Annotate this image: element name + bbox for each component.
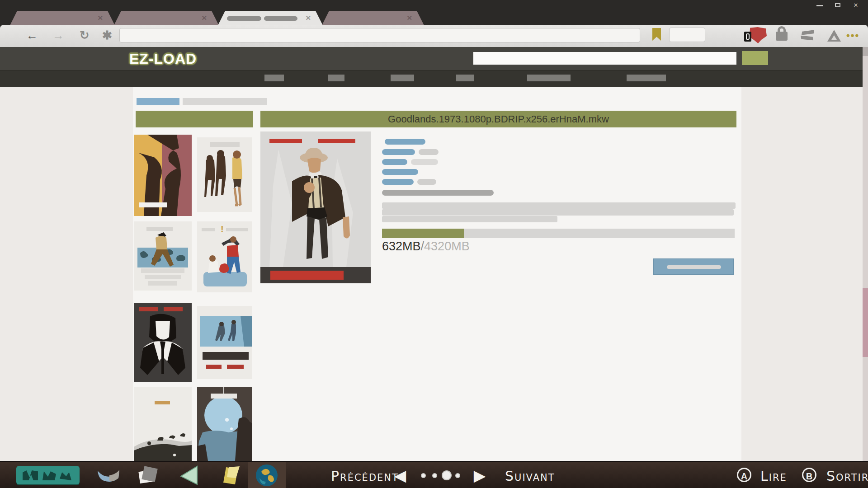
poster-thumb-walkers[interactable] — [197, 137, 252, 212]
download-size-text: 632MB/4320MB — [382, 239, 470, 253]
close-button[interactable]: ✕ — [850, 2, 862, 9]
poster-thumb-standoff[interactable]: ! — [197, 221, 252, 292]
nav-item-placeholder[interactable] — [627, 75, 666, 81]
taskbar-app-mail-icon[interactable] — [96, 466, 121, 484]
nav-item-placeholder[interactable] — [264, 75, 284, 81]
detail-line — [382, 149, 415, 155]
close-icon: ✕ — [854, 2, 859, 9]
detail-line — [382, 169, 418, 175]
browser-tab-2[interactable]: ✕ — [114, 11, 219, 25]
tab-close-icon[interactable]: ✕ — [406, 14, 412, 22]
play-label[interactable]: Lire — [760, 468, 787, 484]
nav-item-placeholder[interactable] — [391, 75, 414, 81]
poster-art: ! — [197, 221, 252, 292]
start-menu-button[interactable] — [16, 466, 80, 484]
page-dot-3-active[interactable] — [442, 470, 452, 480]
site-logo[interactable]: EZ-LOAD — [129, 51, 197, 67]
previous-arrow-button[interactable]: ◀ — [394, 466, 406, 484]
tab-close-icon[interactable]: ✕ — [201, 14, 207, 22]
download-progress-bar — [382, 229, 735, 238]
taskbar-app-browser-icon[interactable] — [255, 464, 278, 487]
lock-icon[interactable] — [776, 32, 788, 41]
download-filename: Goodlands.1973.1080p.BDRIP.x256.erHnaM.m… — [388, 113, 609, 125]
tab-title-placeholder — [264, 16, 297, 21]
page-dot-1[interactable] — [421, 473, 426, 478]
poster-art — [134, 221, 192, 291]
settings-icon[interactable]: ✱ — [102, 28, 112, 42]
site-search-button[interactable] — [742, 51, 768, 65]
nav-item-placeholder[interactable] — [328, 75, 344, 81]
detail-line-dark — [382, 190, 494, 196]
poster-exclaim: ! — [221, 224, 224, 234]
download-progress-fill — [382, 229, 464, 238]
tab-close-icon[interactable]: ✕ — [305, 14, 311, 22]
detail-line — [382, 179, 414, 185]
poster-thumb-swamp[interactable] — [134, 221, 192, 291]
poster-thumb-woman[interactable] — [134, 303, 192, 382]
previous-label: Précédent — [331, 468, 399, 484]
start-logo-mark — [60, 472, 71, 480]
tab-title-placeholder — [227, 16, 261, 21]
poster-thumb-hallway[interactable] — [197, 306, 252, 379]
download-filename-bar: Goodlands.1973.1080p.BDRIP.x256.erHnaM.m… — [260, 111, 736, 127]
browser-menu-icon[interactable]: ••• — [846, 30, 859, 42]
minimize-icon — [816, 5, 823, 6]
size-separator: / — [421, 239, 425, 253]
description-line — [382, 216, 557, 222]
poster-art — [197, 306, 252, 379]
poster-thumb-road[interactable] — [134, 387, 192, 461]
refresh-icon[interactable]: ↻ — [80, 28, 90, 42]
maximize-icon — [835, 3, 840, 7]
poster-art — [260, 131, 371, 283]
next-arrow-button[interactable]: ▶ — [474, 466, 486, 484]
download-action-button[interactable] — [653, 258, 734, 275]
scrollbar-up[interactable] — [863, 47, 868, 56]
poster-thumb-fishbowl[interactable] — [197, 387, 252, 461]
breadcrumb[interactable] — [183, 98, 267, 105]
next-label: Suivant — [505, 468, 555, 484]
url-bar[interactable] — [119, 28, 640, 42]
taskbar-app-media-icon[interactable] — [177, 465, 201, 485]
poster-art — [197, 387, 252, 461]
nav-item-placeholder[interactable] — [527, 75, 571, 81]
site-search-input[interactable] — [473, 52, 736, 65]
poster-art — [197, 137, 252, 212]
description-line — [382, 209, 734, 216]
quick-search-field[interactable] — [669, 28, 705, 42]
adblock-badge — [744, 32, 751, 42]
minimize-button[interactable] — [814, 2, 826, 9]
nav-item-placeholder[interactable] — [456, 75, 474, 81]
page-dot-2[interactable] — [432, 473, 437, 478]
browser-tab-1[interactable]: ✕ — [10, 11, 115, 25]
poster-thumb-couple[interactable] — [134, 135, 192, 216]
maximize-button[interactable] — [832, 2, 844, 9]
taskbar-app-folder-icon[interactable] — [220, 465, 244, 486]
description-line — [382, 202, 736, 209]
taskbar-app-notes-icon[interactable] — [136, 465, 163, 486]
page-scrollbar-track[interactable] — [863, 47, 868, 488]
detail-line — [382, 159, 407, 165]
exit-label[interactable]: Sortir — [826, 468, 868, 484]
breadcrumb-active[interactable] — [137, 98, 179, 105]
poster-main-goodlands[interactable] — [260, 131, 371, 283]
gamepad-a-button-icon: A — [737, 468, 751, 482]
forward-icon[interactable]: → — [52, 28, 64, 42]
browser-tab-active[interactable]: ✕ — [218, 11, 323, 25]
detail-line — [385, 139, 425, 145]
page-dot-4[interactable] — [455, 473, 460, 478]
browser-tab-4[interactable]: ✕ — [322, 11, 424, 25]
browser-tab-strip: ✕ ✕ ✕ ✕ — [0, 9, 868, 25]
start-logo-mark — [42, 471, 56, 480]
size-total: 4320MB — [424, 239, 470, 253]
tab-close-icon[interactable]: ✕ — [97, 14, 103, 22]
gamepad-b-button-icon: B — [802, 468, 816, 482]
content-column: Goodlands.1973.1080p.BDRIP.x256.erHnaM.m… — [133, 87, 741, 461]
detail-line — [411, 159, 438, 165]
detail-line — [419, 149, 439, 155]
back-icon[interactable]: ← — [26, 28, 38, 42]
poster-art — [134, 303, 192, 382]
section-label-bar — [136, 111, 253, 127]
taskbar: Précédent ◀ ▶ Suivant A Lire B Sortir — [0, 461, 868, 488]
button-label-placeholder — [667, 265, 721, 269]
page-scrollbar-thumb[interactable] — [863, 288, 868, 357]
